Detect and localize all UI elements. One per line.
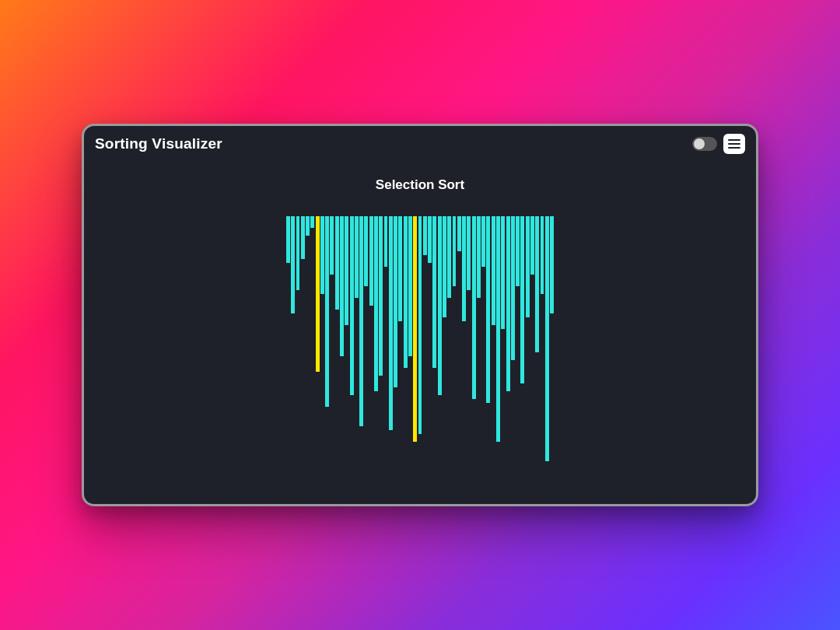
bar [486, 216, 490, 403]
algorithm-name: Selection Sort [84, 177, 756, 193]
svg-rect-2 [728, 147, 740, 149]
bar [296, 216, 300, 290]
bar [384, 216, 388, 267]
bar [453, 216, 457, 286]
bar [535, 216, 539, 352]
bar [481, 216, 485, 267]
bar [467, 216, 471, 290]
bar [350, 216, 354, 395]
bar [330, 216, 334, 275]
bar [418, 216, 422, 434]
bar [443, 216, 446, 317]
bar [530, 216, 534, 275]
bar [320, 216, 324, 294]
bar [325, 216, 329, 407]
bar [379, 216, 383, 376]
bar [291, 216, 295, 313]
bar [462, 216, 466, 321]
bar [316, 216, 320, 372]
bar [477, 216, 481, 298]
bar [438, 216, 442, 395]
bar [340, 216, 344, 356]
toggle-knob-icon [694, 138, 705, 149]
bar [306, 216, 310, 236]
bar [501, 216, 505, 329]
header-controls [692, 134, 745, 154]
bar [408, 216, 412, 356]
bar [394, 216, 397, 387]
bar [355, 216, 359, 298]
chart-container [84, 216, 756, 465]
bar [432, 216, 436, 368]
bar [545, 216, 549, 461]
bar [472, 216, 476, 399]
bar [428, 216, 432, 263]
bar [389, 216, 393, 430]
bar [447, 216, 451, 298]
bar [286, 216, 290, 263]
app-title: Sorting Visualizer [95, 135, 222, 152]
bar [506, 216, 510, 391]
bar [345, 216, 348, 325]
bar [359, 216, 363, 426]
bar [541, 216, 544, 294]
bar [423, 216, 427, 255]
bar [457, 216, 461, 251]
bar [550, 216, 554, 313]
svg-rect-0 [728, 139, 740, 141]
bar [516, 216, 520, 286]
bar [374, 216, 378, 391]
bar [520, 216, 524, 383]
hamburger-icon [728, 139, 740, 149]
app-window: Sorting Visualizer Selection Sort [82, 124, 758, 506]
svg-rect-1 [728, 143, 740, 145]
bar [496, 216, 500, 442]
bar [526, 216, 530, 317]
bar [301, 216, 305, 259]
bar [404, 216, 408, 368]
bar [398, 216, 402, 321]
menu-button[interactable] [723, 134, 745, 154]
bar [369, 216, 373, 306]
bar [492, 216, 495, 325]
bar [413, 216, 417, 442]
bar [335, 216, 339, 310]
header: Sorting Visualizer [84, 126, 756, 157]
bar [511, 216, 515, 360]
theme-toggle[interactable] [692, 137, 717, 151]
bar-chart [286, 216, 554, 465]
bar [310, 216, 314, 228]
bar [364, 216, 368, 286]
